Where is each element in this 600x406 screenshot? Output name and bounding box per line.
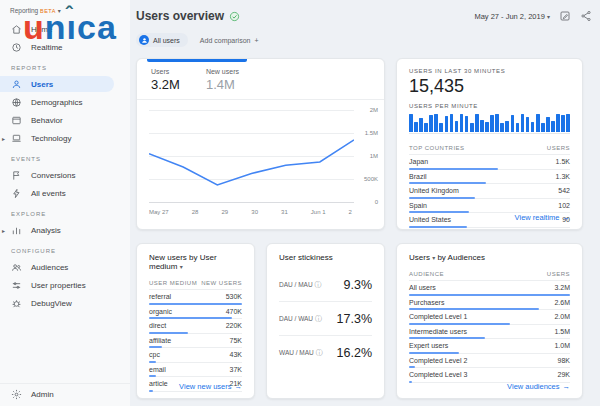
view-new-users-link[interactable]: View new users→ [179,382,242,391]
home-icon [11,24,22,35]
sidebar-item-label: Conversions [31,171,75,180]
bug-icon [11,298,22,309]
new-users-value: 1.4M [206,77,239,92]
chevron-down-icon: ▾ [547,14,550,20]
sidebar-item-audiences[interactable]: Audiences [0,259,130,275]
chevron-down-icon[interactable]: ▾ [432,255,435,261]
minute-bar [526,117,530,132]
verified-check-icon [229,11,240,22]
minute-bar [409,114,413,132]
arrow-right-icon: → [235,382,243,391]
all-users-chip[interactable]: All users [136,33,188,47]
minute-bar [531,122,535,132]
people-icon [11,262,22,273]
sidebar-item-label: Admin [31,390,54,399]
info-icon[interactable]: ⓘ [315,315,322,322]
view-realtime-link[interactable]: View realtime→ [515,213,570,222]
chevron-down-icon[interactable]: ▾ [180,264,183,270]
tab-new-users[interactable]: New users 1.4M [206,68,239,92]
audience-bar [409,381,412,383]
tab-users[interactable]: Users 3.2M [151,68,180,92]
devices-icon [11,133,22,144]
sidebar-item-behavior[interactable]: Behavior [0,112,130,128]
sidebar-item-user-properties[interactable]: User properties [0,277,130,293]
date-range-selector[interactable]: May 27 - Jun 2, 2019 ▾ [474,12,550,21]
minute-bar [521,114,525,132]
info-icon[interactable]: ⓘ [316,349,323,356]
sidebar: Reporting BETA ▾ Home Realtime REPORTS U… [0,0,130,406]
minute-bar [475,114,479,132]
sidebar-item-label: Users [31,80,53,89]
user-stickiness-card: User stickiness DAU / MAUⓘ 9.3% DAU / WA… [266,243,385,399]
minute-bar [455,121,459,132]
minute-bar [419,118,423,132]
medium-row: affiliate75K [149,334,242,349]
y-axis-labels: 2M 1.5M 1M 500K 0 [354,107,378,205]
minute-bar [434,114,438,132]
expand-arrow-icon[interactable]: ▸ [2,135,5,142]
stickiness-title: User stickiness [279,253,372,262]
medium-card-title: New users by User medium ▾ [149,253,242,271]
sidebar-item-label: Technology [31,134,71,143]
minute-bar [536,114,540,132]
sidebar-item-all-events[interactable]: All events [0,185,130,201]
audience-row: Completed Level 329K [409,368,570,383]
audience-row: Completed Level 298K [409,354,570,369]
minute-bar [485,122,489,132]
minute-bar [445,116,449,132]
minute-bar [546,117,550,132]
realtime-users-count: 15,435 [409,76,570,97]
page-title: Users overview [136,9,224,23]
minute-bar [414,122,418,132]
medium-row: referral530K [149,290,242,305]
view-audiences-link[interactable]: View audiences→ [507,382,570,391]
realtime-card: USERS IN LAST 30 MINUTES 15,435 USERS PE… [396,58,583,230]
country-row: Brazil1.3K [409,170,570,185]
info-icon[interactable]: ⓘ [315,281,322,288]
x-axis-labels: May 27 28 29 30 31 Jun 1 2 [137,205,384,215]
logo-letter: u [23,8,45,46]
country-row: United Kingdom542 [409,184,570,199]
minute-bar [439,123,443,133]
edit-icon[interactable] [559,10,571,22]
chip-label: All users [153,37,180,44]
sidebar-item-analysis[interactable]: ▸ Analysis [0,222,130,238]
sidebar-item-admin[interactable]: Admin [0,383,130,399]
minute-bar [429,115,433,132]
sidebar-item-conversions[interactable]: Conversions [0,167,130,183]
sliders-icon [11,280,22,291]
medium-row: organic470K [149,305,242,320]
minute-bar [551,121,555,132]
unica-logo: unˆıca [23,8,117,46]
person-icon [11,79,22,90]
minute-bar [460,114,464,132]
minute-bar [566,114,570,132]
sidebar-item-label: User properties [31,281,86,290]
countries-table-header: TOP COUNTRIES USERS [409,142,570,155]
audiences-card-title: Users ▾ by Audiences [409,253,570,262]
minute-bar [511,115,515,132]
page-header: Users overview May 27 - Jun 2, 2019 ▾ [136,7,592,25]
minute-bar [516,123,520,133]
section-title-events: EVENTS [11,156,130,162]
minute-bar [450,114,454,132]
sidebar-item-label: DebugView [31,299,72,308]
arrow-right-icon: → [563,213,571,222]
add-comparison-button[interactable]: Add comparison+ [200,37,259,44]
medium-row: email37K [149,363,242,378]
person-icon [139,35,149,45]
logo-hat-icon: ˆ [66,0,74,33]
sidebar-item-users[interactable]: Users [0,76,114,92]
share-icon[interactable] [580,10,592,22]
sidebar-item-demographics[interactable]: Demographics [0,94,130,110]
sidebar-item-technology[interactable]: ▸ Technology [0,130,130,146]
stickiness-row: DAU / MAUⓘ 9.3% [279,268,372,302]
sidebar-item-label: All events [31,189,66,198]
minute-bar [556,114,560,132]
main-content: Users overview May 27 - Jun 2, 2019 ▾ Al… [130,0,600,406]
expand-arrow-icon[interactable]: ▸ [2,227,5,234]
metric-tabs: Users 3.2M New users 1.4M [137,59,384,100]
medium-bar [149,390,153,392]
sidebar-item-debugview[interactable]: DebugView [0,295,130,311]
sidebar-item-label: Behavior [31,116,63,125]
